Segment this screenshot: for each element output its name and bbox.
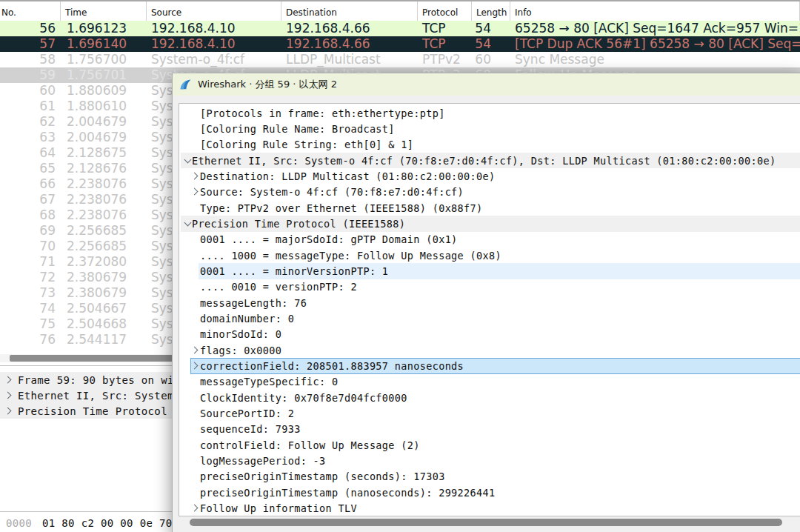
tree-row[interactable]: flags: 0x0000 <box>179 342 800 358</box>
tree-row-text: .... 1000 = messageType: Follow_Up Messa… <box>200 250 501 262</box>
tree-row-text: Type: PTPv2 over Ethernet (IEEE1588) (0x… <box>200 202 483 214</box>
cell-time: 2.380679 <box>61 270 147 285</box>
tree-row[interactable]: 0001 .... = minorVersionPTP: 1 <box>179 263 800 279</box>
tree-row-text: Source: System-o_4f:cf (70:f8:e7:d0:4f:c… <box>200 186 464 198</box>
cell-no: 75 <box>0 316 61 332</box>
cell-time: 2.004679 <box>61 130 147 145</box>
cell-destination: LLDP_Multicast <box>281 52 418 67</box>
cell-no: 64 <box>0 145 61 161</box>
tree-row[interactable]: .... 0010 = versionPTP: 2 <box>179 279 800 295</box>
tree-row-text: Follow Up information TLV <box>200 502 357 514</box>
tree-row[interactable]: sequenceId: 7933 <box>179 422 800 437</box>
cell-info: [TCP Dup ACK 56#1] 65258 → 80 [ACK] Seq=… <box>510 36 800 52</box>
tree-row[interactable]: controlField: Follow_Up Message (2) <box>179 437 800 453</box>
cell-no: 73 <box>0 285 61 301</box>
tree-row-text: Destination: LLDP_Multicast (01:80:c2:00… <box>200 170 495 182</box>
hex-offset: 0000 <box>6 515 32 532</box>
expand-icon[interactable] <box>192 362 199 370</box>
cell-destination: 192.168.4.66 <box>281 21 418 36</box>
expand-icon[interactable] <box>192 505 199 512</box>
tree-row[interactable]: messageTypeSpecific: 0 <box>179 374 800 390</box>
tree-row-text: sequenceId: 7933 <box>200 423 301 435</box>
cell-no: 67 <box>0 192 61 207</box>
tree-row-text: preciseOriginTimestamp (nanoseconds): 29… <box>200 487 495 499</box>
tree-row[interactable]: SourcePortID: 2 <box>179 405 800 421</box>
cell-time: 1.696140 <box>61 36 147 52</box>
column-header-no[interactable]: No. <box>0 1 61 21</box>
tree-row-text: ClockIdentity: 0x70f8e7d04fcf0000 <box>200 392 407 404</box>
packet-detail-tree: [Protocols in frame: eth:ethertype:ptp][… <box>179 103 800 516</box>
cell-time: 2.128676 <box>61 161 147 176</box>
cell-time: 2.256685 <box>61 223 147 239</box>
hex-bytes: 01 80 c2 00 00 0e 70 <box>42 515 173 532</box>
packet-row[interactable]: 581.756700System-o_4f:cfLLDP_MulticastPT… <box>0 52 800 67</box>
tree-row[interactable]: logMessagePeriod: -3 <box>179 453 800 468</box>
tree-row[interactable]: domainNumber: 0 <box>179 310 800 326</box>
column-header-time[interactable]: Time <box>61 1 147 21</box>
cell-no: 57 <box>0 36 61 52</box>
cell-info: Sync Message <box>510 52 800 67</box>
dialog-titlebar[interactable]: Wireshark · 分组 59 · 以太网 2 <box>173 73 800 96</box>
tree-row[interactable]: ClockIdentity: 0x70f8e7d04fcf0000 <box>179 390 800 405</box>
tree-row-text: logMessagePeriod: -3 <box>200 455 326 467</box>
collapse-icon[interactable] <box>184 157 191 164</box>
cell-no: 69 <box>0 223 61 239</box>
collapse-icon[interactable] <box>184 220 191 227</box>
cell-no: 70 <box>0 239 61 254</box>
column-header-source[interactable]: Source <box>147 1 281 21</box>
expand-icon[interactable] <box>192 173 199 180</box>
cell-no: 60 <box>0 83 61 99</box>
expand-icon[interactable] <box>192 347 199 354</box>
detail-row-text: Precision Time Protocol ( <box>18 405 180 417</box>
tree-row[interactable]: Destination: LLDP_Multicast (01:80:c2:00… <box>179 168 800 184</box>
scrollbar-thumb[interactable] <box>190 519 782 526</box>
cell-no: 59 <box>0 67 61 83</box>
detail-row-text: Ethernet II, Src: System- <box>18 390 180 402</box>
tree-row[interactable]: correctionField: 208501.883957 nanosecon… <box>179 358 800 373</box>
tree-row[interactable]: minorSdoId: 0 <box>179 327 800 342</box>
cell-no: 72 <box>0 270 61 285</box>
tree-row[interactable]: Ethernet II, Src: System-o_4f:cf (70:f8:… <box>179 153 800 168</box>
wireshark-main-window: No.TimeSourceDestinationProtocolLengthIn… <box>0 0 800 532</box>
column-header-info[interactable]: Info <box>510 1 800 21</box>
cell-source: 192.168.4.10 <box>147 36 281 52</box>
expand-icon[interactable] <box>5 392 13 399</box>
tree-row-text: [Coloring Rule Name: Broadcast] <box>200 123 395 135</box>
cell-no: 62 <box>0 114 61 130</box>
tree-row[interactable]: .... 1000 = messageType: Follow_Up Messa… <box>179 247 800 263</box>
tree-row[interactable]: Precision Time Protocol (IEEE1588) <box>179 216 800 231</box>
dialog-hscrollbar[interactable] <box>179 518 800 527</box>
tree-row[interactable]: messageLength: 76 <box>179 295 800 310</box>
expand-icon[interactable] <box>5 376 13 384</box>
column-header-length[interactable]: Length <box>472 1 510 21</box>
tree-row[interactable]: [Coloring Rule String: eth[0] & 1] <box>179 137 800 153</box>
tree-row[interactable]: Type: PTPv2 over Ethernet (IEEE1588) (0x… <box>179 200 800 216</box>
packet-row[interactable]: 571.696140192.168.4.10192.168.4.66TCP54[… <box>0 36 800 52</box>
cell-no: 61 <box>0 99 61 114</box>
tree-row[interactable]: [Protocols in frame: eth:ethertype:ptp] <box>179 105 800 121</box>
cell-no: 63 <box>0 130 61 145</box>
cell-no: 71 <box>0 254 61 270</box>
tree-row[interactable]: preciseOriginTimestamp (nanoseconds): 29… <box>179 485 800 500</box>
tree-row[interactable]: 0001 .... = majorSdoId: gPTP Domain (0x1… <box>179 232 800 247</box>
cell-no: 65 <box>0 161 61 176</box>
tree-row[interactable]: Follow Up information TLV <box>179 500 800 516</box>
cell-time: 2.238076 <box>61 207 147 223</box>
column-header-destination[interactable]: Destination <box>281 1 418 21</box>
tree-row-text: flags: 0x0000 <box>200 345 281 356</box>
expand-icon[interactable] <box>192 188 199 196</box>
cell-no: 74 <box>0 301 61 316</box>
column-header-protocol[interactable]: Protocol <box>418 1 472 21</box>
expand-icon[interactable] <box>5 408 13 415</box>
tree-row[interactable]: preciseOriginTimestamp (seconds): 17303 <box>179 469 800 485</box>
cell-no: 58 <box>0 52 61 67</box>
cell-time: 2.238076 <box>61 176 147 192</box>
tree-row-text: Precision Time Protocol (IEEE1588) <box>192 218 405 230</box>
tree-row-text: preciseOriginTimestamp (seconds): 17303 <box>200 471 445 482</box>
packet-row[interactable]: 561.696123192.168.4.10192.168.4.66TCP546… <box>0 21 800 36</box>
cell-no: 76 <box>0 332 61 348</box>
cell-time: 1.756701 <box>61 67 147 83</box>
tree-row[interactable]: [Coloring Rule Name: Broadcast] <box>179 121 800 136</box>
cell-time: 2.504668 <box>61 316 147 332</box>
tree-row[interactable]: Source: System-o_4f:cf (70:f8:e7:d0:4f:c… <box>179 184 800 200</box>
